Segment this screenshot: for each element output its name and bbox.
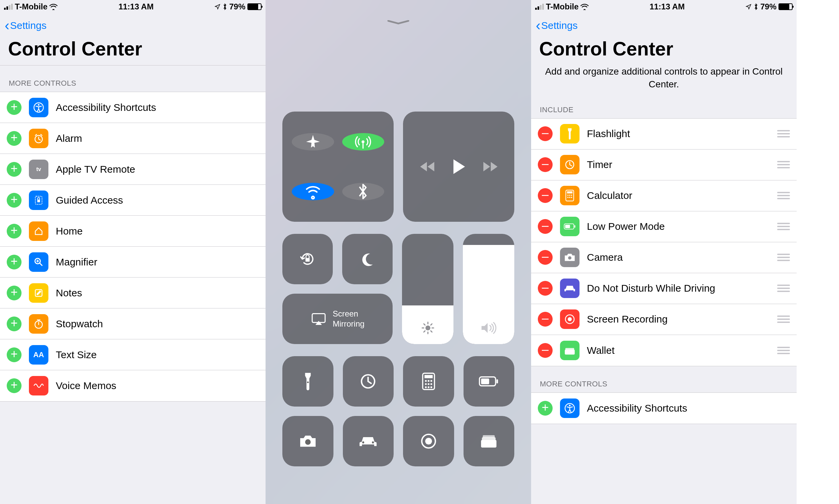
dnd-driving-button[interactable] bbox=[343, 416, 394, 466]
drag-handle[interactable] bbox=[777, 254, 790, 261]
row-label: Timer bbox=[587, 159, 777, 170]
svg-point-44 bbox=[571, 197, 572, 198]
drag-handle[interactable] bbox=[777, 130, 790, 138]
drag-handle[interactable] bbox=[777, 347, 790, 354]
flashlight-icon bbox=[560, 124, 579, 143]
svg-point-41 bbox=[571, 195, 572, 196]
wifi-button[interactable] bbox=[292, 183, 334, 200]
nav-bar: ‹ Settings bbox=[531, 14, 797, 38]
low-power-mode-button[interactable] bbox=[464, 356, 515, 407]
screen-mirroring-button[interactable]: Screen Mirroring bbox=[282, 294, 393, 344]
list-item[interactable]: tvApple TV Remote bbox=[0, 154, 266, 185]
list-item[interactable]: Camera bbox=[531, 242, 797, 273]
row-label: Wallet bbox=[587, 345, 777, 356]
add-button[interactable] bbox=[7, 162, 21, 177]
svg-point-42 bbox=[567, 197, 569, 198]
remove-button[interactable] bbox=[538, 126, 553, 141]
list-item[interactable]: Flashlight bbox=[531, 119, 797, 149]
list-item[interactable]: Home bbox=[0, 216, 266, 247]
bluetooth-button[interactable] bbox=[342, 183, 385, 200]
add-button[interactable] bbox=[538, 401, 553, 416]
play-icon[interactable] bbox=[452, 159, 466, 175]
svg-point-16 bbox=[425, 380, 427, 382]
remove-button[interactable] bbox=[538, 281, 553, 296]
settings-customize-screen: T-Mobile 11:13 AM 79% ‹ Settings Control… bbox=[531, 0, 797, 504]
list-item[interactable]: Alarm bbox=[0, 123, 266, 154]
svg-point-24 bbox=[430, 386, 432, 388]
add-button[interactable] bbox=[7, 100, 21, 115]
add-button[interactable] bbox=[7, 255, 21, 269]
brightness-slider[interactable] bbox=[402, 234, 453, 344]
add-button[interactable] bbox=[7, 347, 21, 362]
volume-slider[interactable] bbox=[463, 234, 514, 344]
connectivity-group[interactable] bbox=[282, 111, 394, 222]
list-item[interactable]: Magnifier bbox=[0, 247, 266, 277]
timer-button[interactable] bbox=[343, 356, 394, 407]
rewind-icon[interactable] bbox=[420, 161, 435, 173]
media-playback-group[interactable] bbox=[403, 111, 514, 222]
page-title: Control Center bbox=[0, 38, 266, 65]
list-item[interactable]: Notes bbox=[0, 277, 266, 308]
rotation-lock-button[interactable] bbox=[282, 234, 333, 284]
back-button[interactable]: ‹ Settings bbox=[5, 18, 47, 33]
remove-button[interactable] bbox=[538, 250, 553, 265]
add-button[interactable] bbox=[7, 224, 21, 238]
svg-rect-47 bbox=[565, 225, 570, 228]
add-button[interactable] bbox=[7, 193, 21, 208]
signal-icon bbox=[4, 4, 13, 10]
status-bar: T-Mobile 11:13 AM 79% bbox=[0, 0, 266, 14]
svg-rect-46 bbox=[574, 225, 575, 228]
svg-point-11 bbox=[425, 326, 430, 331]
screen-mirroring-label: Screen Mirroring bbox=[333, 309, 365, 329]
drag-handle[interactable] bbox=[777, 223, 790, 230]
list-item[interactable]: Timer bbox=[531, 149, 797, 180]
add-button[interactable] bbox=[7, 131, 21, 146]
do-not-disturb-button[interactable] bbox=[342, 234, 393, 284]
accessibility-icon bbox=[29, 98, 48, 117]
cc-collapse-handle[interactable] bbox=[387, 20, 410, 23]
remove-button[interactable] bbox=[538, 219, 553, 234]
cellular-data-button[interactable] bbox=[342, 133, 385, 150]
list-item[interactable]: Voice Memos bbox=[0, 370, 266, 401]
magnifier-icon bbox=[29, 252, 48, 272]
remove-button[interactable] bbox=[538, 312, 553, 327]
add-button[interactable] bbox=[7, 378, 21, 393]
list-item[interactable]: Accessibility Shortcuts bbox=[531, 393, 797, 424]
list-item[interactable]: Stopwatch bbox=[0, 308, 266, 339]
drag-handle[interactable] bbox=[777, 192, 790, 199]
list-item[interactable]: AAText Size bbox=[0, 339, 266, 370]
remove-button[interactable] bbox=[538, 157, 553, 172]
list-item[interactable]: Do Not Disturb While Driving bbox=[531, 273, 797, 304]
clock: 11:13 AM bbox=[649, 2, 684, 12]
forward-icon[interactable] bbox=[482, 161, 498, 173]
drag-handle[interactable] bbox=[777, 316, 790, 323]
drag-handle[interactable] bbox=[777, 161, 790, 168]
location-icon bbox=[746, 4, 752, 10]
svg-point-19 bbox=[425, 383, 427, 385]
appletv-icon: tv bbox=[29, 160, 48, 179]
remove-button[interactable] bbox=[538, 343, 553, 358]
list-item[interactable]: Calculator bbox=[531, 180, 797, 211]
svg-rect-33 bbox=[481, 440, 497, 448]
list-item[interactable]: Guided Access bbox=[0, 185, 266, 216]
list-item[interactable]: Low Power Mode bbox=[531, 211, 797, 242]
more-controls-list: Accessibility Shortcuts Alarm tvApple TV… bbox=[0, 92, 266, 401]
calculator-button[interactable] bbox=[403, 356, 454, 407]
screen-recording-button[interactable] bbox=[403, 416, 454, 466]
drag-handle[interactable] bbox=[777, 285, 790, 292]
back-button[interactable]: ‹ Settings bbox=[536, 18, 577, 33]
flashlight-button[interactable] bbox=[282, 356, 334, 407]
calculator-icon bbox=[560, 186, 579, 205]
add-button[interactable] bbox=[7, 317, 21, 331]
back-label: Settings bbox=[10, 20, 47, 31]
airplane-mode-button[interactable] bbox=[292, 133, 334, 150]
list-item[interactable]: Wallet bbox=[531, 335, 797, 366]
settings-more-controls-screen: T-Mobile 11:13 AM 79% ‹ Settings Control… bbox=[0, 0, 266, 504]
add-button[interactable] bbox=[7, 286, 21, 300]
wallet-button[interactable] bbox=[464, 416, 515, 466]
remove-button[interactable] bbox=[538, 188, 553, 203]
status-bar: T-Mobile 11:13 AM 79% bbox=[531, 0, 797, 14]
list-item[interactable]: Screen Recording bbox=[531, 304, 797, 335]
list-item[interactable]: Accessibility Shortcuts bbox=[0, 92, 266, 123]
camera-button[interactable] bbox=[282, 416, 334, 466]
